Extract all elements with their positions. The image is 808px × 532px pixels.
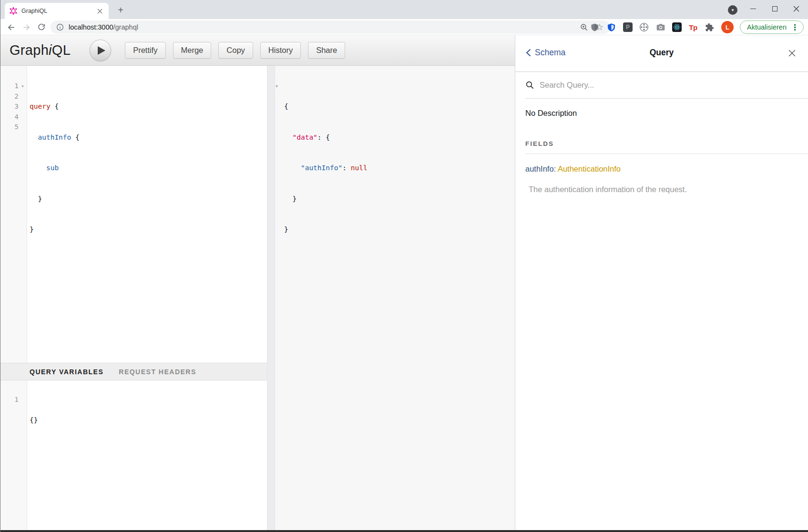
search-icon [525, 81, 534, 90]
code-line: {} [30, 415, 267, 426]
crosshair-extension-icon[interactable] [639, 22, 649, 32]
close-icon [793, 6, 799, 12]
browser-toolbar: localhost:3000/graphql ☆ P Tp [0, 19, 808, 35]
doc-search-bar [525, 72, 808, 99]
field-name-link[interactable]: authInfo [525, 164, 554, 173]
doc-explorer-header: Schema Query [515, 35, 808, 72]
update-label: Aktualisieren [747, 23, 787, 31]
play-icon [98, 46, 105, 55]
code-line: } [284, 225, 515, 235]
extensions-puzzle-icon[interactable] [705, 22, 715, 32]
page-info-icon[interactable] [56, 23, 64, 31]
window-close-button[interactable] [786, 0, 807, 17]
fold-arrow-icon[interactable]: ▾ [276, 83, 278, 89]
bitwarden-extension-icon[interactable] [606, 22, 617, 32]
line-number: 1 [14, 395, 19, 405]
maximize-icon [772, 6, 777, 11]
code-token: } [284, 225, 288, 233]
type-description: No Description [525, 109, 808, 118]
forward-button[interactable] [20, 21, 32, 33]
shield-extension-icon[interactable] [590, 22, 600, 32]
prettify-button[interactable]: Prettify [125, 42, 165, 59]
camera-extension-icon[interactable] [655, 22, 666, 32]
window-minimize-button[interactable] [743, 0, 764, 17]
code-line: sub [30, 163, 267, 174]
react-devtools-icon[interactable] [672, 22, 682, 32]
back-icon [7, 23, 16, 32]
gutter-line: 1▾ [0, 81, 27, 92]
browser-menu-icon[interactable]: ⋮ [791, 23, 799, 31]
variables-code[interactable]: {} [27, 380, 267, 530]
variables-gutter: 1 [0, 380, 27, 530]
tab-request-headers[interactable]: REQUEST HEADERS [119, 368, 196, 376]
logo-italic-i: i [49, 42, 52, 58]
url-host: localhost:3000 [69, 23, 113, 31]
variables-editor[interactable]: 1 {} [0, 380, 267, 530]
share-button[interactable]: Share [308, 42, 345, 59]
p-extension-icon[interactable]: P [623, 22, 633, 32]
line-number: 4 [14, 112, 19, 123]
url-path: /graphql [113, 23, 138, 31]
tab-query-variables[interactable]: QUERY VARIABLES [30, 368, 103, 376]
browser-tab-graphiql[interactable]: GraphiQL [5, 3, 109, 19]
query-editor[interactable]: 1▾ 2 3 4 5 query { authInfo { sub } } [0, 66, 267, 363]
window-maximize-button[interactable] [764, 0, 785, 17]
gutter-line: 1 [0, 395, 27, 405]
copy-button[interactable]: Copy [218, 42, 253, 59]
tab-close-icon[interactable] [95, 7, 104, 15]
code-line: authInfo { [30, 133, 267, 143]
code-token: authInfo [38, 133, 71, 141]
code-token: : [342, 164, 350, 172]
code-line: "data": { [284, 133, 515, 143]
tp-extension-icon[interactable]: Tp [688, 22, 698, 32]
line-number: 3 [14, 102, 19, 112]
type-name-link[interactable]: AuthenticationInfo [558, 164, 621, 173]
reload-button[interactable] [35, 21, 48, 33]
graphiql-logo: GraphiQL [10, 42, 71, 58]
zoom-icon[interactable] [580, 23, 588, 31]
graphql-logo-icon [10, 7, 17, 15]
code-token: { [71, 133, 79, 141]
query-code[interactable]: query { authInfo { sub } } [27, 66, 267, 363]
code-token: "data" [292, 133, 317, 141]
taskbar-edge [0, 530, 808, 532]
doc-close-button[interactable] [786, 47, 798, 59]
line-number: 2 [14, 92, 19, 102]
code-token [30, 133, 38, 141]
code-token: {} [30, 416, 38, 424]
code-line: } [30, 225, 267, 235]
fold-arrow-icon[interactable]: ▾ [19, 81, 27, 92]
pane-resize-handle[interactable]: ▾ [267, 66, 275, 530]
fields-section-header: FIELDS [525, 140, 808, 147]
doc-search-input[interactable] [540, 81, 808, 90]
browser-update-button[interactable]: Aktualisieren ⋮ [740, 20, 804, 34]
tab-search-icon[interactable]: ▾ [728, 5, 737, 15]
section-divider [525, 153, 808, 154]
line-number: 1 [14, 81, 19, 92]
tab-title: GraphiQL [21, 8, 95, 14]
profile-avatar[interactable]: L [721, 21, 734, 33]
reload-icon [37, 23, 46, 31]
code-line: "authInfo": null [284, 163, 515, 174]
merge-button[interactable]: Merge [173, 42, 212, 59]
new-tab-button[interactable]: + [114, 4, 127, 16]
window-left-border [0, 0, 0, 532]
graphiql-topbar: GraphiQL Prettify Merge Copy History Sha… [0, 35, 515, 66]
doc-body: No Description FIELDS authInfo: Authenti… [515, 109, 808, 194]
code-token: } [284, 195, 297, 203]
query-pane: 1▾ 2 3 4 5 query { authInfo { sub } } [0, 66, 267, 530]
execute-query-button[interactable] [90, 40, 111, 61]
code-token [30, 164, 46, 172]
code-token: : { [317, 133, 330, 141]
graphiql-app: GraphiQL Prettify Merge Copy History Sha… [0, 35, 808, 530]
code-token [284, 133, 292, 141]
extensions-row: P Tp L Aktualisieren ⋮ [590, 20, 804, 34]
gutter-line: 5 [0, 122, 27, 133]
back-button[interactable] [5, 21, 17, 33]
graphiql-main: GraphiQL Prettify Merge Copy History Sha… [0, 35, 515, 530]
field-description: The authentication information of the re… [525, 185, 808, 194]
history-button[interactable]: History [260, 42, 301, 59]
response-pane: { "data": { "authInfo": null } } [275, 66, 515, 530]
address-bar[interactable]: localhost:3000/graphql ☆ [51, 20, 610, 34]
url-text: localhost:3000/graphql [69, 23, 138, 31]
